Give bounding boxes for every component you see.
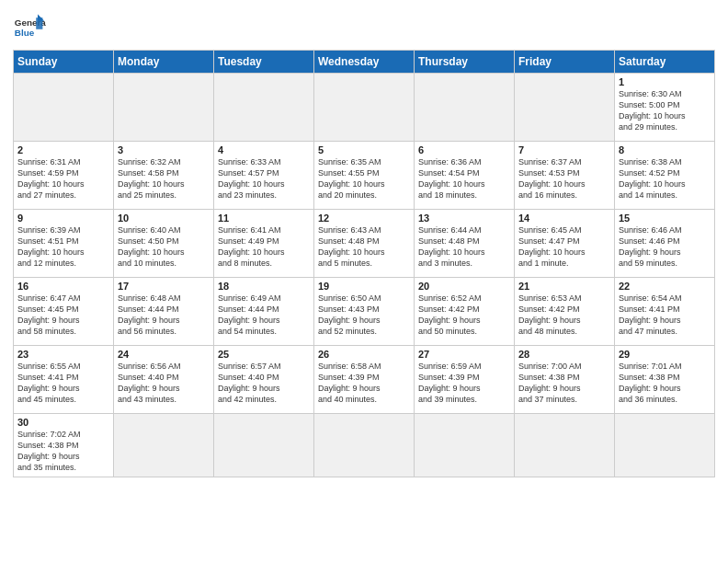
calendar-cell: 29Sunrise: 7:01 AM Sunset: 4:38 PM Dayli… [615, 346, 715, 414]
day-number: 24 [118, 349, 210, 360]
calendar-week-row: 2Sunrise: 6:31 AM Sunset: 4:59 PM Daylig… [14, 142, 715, 210]
day-number: 7 [518, 144, 610, 155]
calendar-week-row: 23Sunrise: 6:55 AM Sunset: 4:41 PM Dayli… [14, 346, 715, 414]
day-number: 13 [418, 213, 510, 224]
calendar-week-row: 30Sunrise: 7:02 AM Sunset: 4:38 PM Dayli… [14, 414, 715, 477]
day-number: 6 [418, 144, 510, 155]
calendar-cell: 13Sunrise: 6:44 AM Sunset: 4:48 PM Dayli… [415, 210, 515, 278]
calendar-cell: 17Sunrise: 6:48 AM Sunset: 4:44 PM Dayli… [114, 278, 214, 346]
calendar-cell: 25Sunrise: 6:57 AM Sunset: 4:40 PM Dayli… [214, 346, 314, 414]
day-number: 26 [318, 349, 410, 360]
day-info: Sunrise: 6:52 AM Sunset: 4:42 PM Dayligh… [418, 293, 510, 338]
calendar-cell: 4Sunrise: 6:33 AM Sunset: 4:57 PM Daylig… [214, 142, 314, 210]
calendar-cell [114, 74, 214, 142]
day-number: 30 [17, 417, 109, 428]
calendar-cell: 11Sunrise: 6:41 AM Sunset: 4:49 PM Dayli… [214, 210, 314, 278]
calendar-cell: 19Sunrise: 6:50 AM Sunset: 4:43 PM Dayli… [314, 278, 415, 346]
calendar-cell: 1Sunrise: 6:30 AM Sunset: 5:00 PM Daylig… [615, 74, 715, 142]
day-number: 23 [17, 349, 109, 360]
calendar-cell: 27Sunrise: 6:59 AM Sunset: 4:39 PM Dayli… [415, 346, 515, 414]
calendar-week-row: 9Sunrise: 6:39 AM Sunset: 4:51 PM Daylig… [14, 210, 715, 278]
day-number: 10 [118, 213, 210, 224]
weekday-header-monday: Monday [114, 51, 214, 74]
calendar-cell [314, 74, 415, 142]
day-number: 19 [318, 281, 410, 292]
day-number: 14 [518, 213, 610, 224]
calendar-cell: 15Sunrise: 6:46 AM Sunset: 4:46 PM Dayli… [615, 210, 715, 278]
calendar-table: SundayMondayTuesdayWednesdayThursdayFrid… [13, 50, 715, 477]
day-info: Sunrise: 7:02 AM Sunset: 4:38 PM Dayligh… [17, 429, 109, 474]
day-number: 2 [17, 144, 109, 155]
calendar-week-row: 1Sunrise: 6:30 AM Sunset: 5:00 PM Daylig… [14, 74, 715, 142]
day-info: Sunrise: 6:41 AM Sunset: 4:49 PM Dayligh… [218, 224, 310, 270]
day-number: 25 [218, 349, 310, 360]
calendar-cell [415, 414, 515, 477]
weekday-header-row: SundayMondayTuesdayWednesdayThursdayFrid… [14, 51, 715, 74]
calendar-cell [415, 74, 515, 142]
calendar-cell [615, 414, 715, 477]
calendar-cell: 21Sunrise: 6:53 AM Sunset: 4:42 PM Dayli… [515, 278, 615, 346]
day-number: 22 [619, 281, 711, 292]
day-number: 27 [418, 349, 510, 360]
calendar-cell: 28Sunrise: 7:00 AM Sunset: 4:38 PM Dayli… [515, 346, 615, 414]
day-info: Sunrise: 6:49 AM Sunset: 4:44 PM Dayligh… [218, 293, 310, 338]
day-info: Sunrise: 6:44 AM Sunset: 4:48 PM Dayligh… [418, 224, 510, 270]
day-number: 5 [318, 144, 410, 155]
calendar-cell: 18Sunrise: 6:49 AM Sunset: 4:44 PM Dayli… [214, 278, 314, 346]
calendar-cell: 6Sunrise: 6:36 AM Sunset: 4:54 PM Daylig… [415, 142, 515, 210]
day-info: Sunrise: 6:46 AM Sunset: 4:46 PM Dayligh… [619, 224, 711, 270]
calendar-cell [314, 414, 415, 477]
day-info: Sunrise: 7:01 AM Sunset: 4:38 PM Dayligh… [619, 361, 711, 406]
day-info: Sunrise: 6:57 AM Sunset: 4:40 PM Dayligh… [218, 361, 310, 406]
weekday-header-saturday: Saturday [615, 51, 715, 74]
day-info: Sunrise: 6:54 AM Sunset: 4:41 PM Dayligh… [619, 293, 711, 338]
header: General Blue [13, 11, 715, 44]
calendar-cell [515, 414, 615, 477]
calendar-cell [214, 74, 314, 142]
day-info: Sunrise: 6:33 AM Sunset: 4:57 PM Dayligh… [218, 156, 310, 201]
day-number: 28 [518, 349, 610, 360]
calendar-cell: 23Sunrise: 6:55 AM Sunset: 4:41 PM Dayli… [14, 346, 114, 414]
calendar-cell [214, 414, 314, 477]
day-number: 21 [518, 281, 610, 292]
generalblue-logo-icon: General Blue [13, 11, 46, 44]
day-info: Sunrise: 6:50 AM Sunset: 4:43 PM Dayligh… [318, 293, 410, 338]
day-number: 17 [118, 281, 210, 292]
logo: General Blue [13, 11, 46, 44]
day-info: Sunrise: 6:40 AM Sunset: 4:50 PM Dayligh… [118, 224, 210, 270]
day-number: 20 [418, 281, 510, 292]
svg-text:Blue: Blue [15, 28, 35, 38]
day-info: Sunrise: 6:31 AM Sunset: 4:59 PM Dayligh… [17, 156, 109, 201]
calendar-cell: 22Sunrise: 6:54 AM Sunset: 4:41 PM Dayli… [615, 278, 715, 346]
calendar-cell: 9Sunrise: 6:39 AM Sunset: 4:51 PM Daylig… [14, 210, 114, 278]
day-info: Sunrise: 6:55 AM Sunset: 4:41 PM Dayligh… [17, 361, 109, 406]
calendar-cell [114, 414, 214, 477]
calendar-week-row: 16Sunrise: 6:47 AM Sunset: 4:45 PM Dayli… [14, 278, 715, 346]
calendar-cell: 12Sunrise: 6:43 AM Sunset: 4:48 PM Dayli… [314, 210, 415, 278]
calendar-cell: 26Sunrise: 6:58 AM Sunset: 4:39 PM Dayli… [314, 346, 415, 414]
calendar-cell: 30Sunrise: 7:02 AM Sunset: 4:38 PM Dayli… [14, 414, 114, 477]
day-number: 4 [218, 144, 310, 155]
weekday-header-friday: Friday [515, 51, 615, 74]
calendar-cell: 20Sunrise: 6:52 AM Sunset: 4:42 PM Dayli… [415, 278, 515, 346]
calendar-cell: 24Sunrise: 6:56 AM Sunset: 4:40 PM Dayli… [114, 346, 214, 414]
day-info: Sunrise: 6:47 AM Sunset: 4:45 PM Dayligh… [17, 293, 109, 338]
day-info: Sunrise: 6:58 AM Sunset: 4:39 PM Dayligh… [318, 361, 410, 406]
calendar-cell: 2Sunrise: 6:31 AM Sunset: 4:59 PM Daylig… [14, 142, 114, 210]
day-info: Sunrise: 6:53 AM Sunset: 4:42 PM Dayligh… [518, 293, 610, 338]
calendar-cell [515, 74, 615, 142]
calendar-cell: 5Sunrise: 6:35 AM Sunset: 4:55 PM Daylig… [314, 142, 415, 210]
day-number: 15 [619, 213, 711, 224]
day-info: Sunrise: 6:43 AM Sunset: 4:48 PM Dayligh… [318, 224, 410, 270]
day-info: Sunrise: 6:37 AM Sunset: 4:53 PM Dayligh… [518, 156, 610, 201]
weekday-header-sunday: Sunday [14, 51, 114, 74]
day-number: 18 [218, 281, 310, 292]
day-number: 16 [17, 281, 109, 292]
day-number: 1 [619, 76, 711, 87]
calendar-cell: 7Sunrise: 6:37 AM Sunset: 4:53 PM Daylig… [515, 142, 615, 210]
weekday-header-thursday: Thursday [415, 51, 515, 74]
calendar-cell: 8Sunrise: 6:38 AM Sunset: 4:52 PM Daylig… [615, 142, 715, 210]
day-info: Sunrise: 6:38 AM Sunset: 4:52 PM Dayligh… [619, 156, 711, 201]
day-info: Sunrise: 6:32 AM Sunset: 4:58 PM Dayligh… [118, 156, 210, 201]
page-container: General Blue SundayMondayTuesdayWednesda… [0, 0, 728, 485]
